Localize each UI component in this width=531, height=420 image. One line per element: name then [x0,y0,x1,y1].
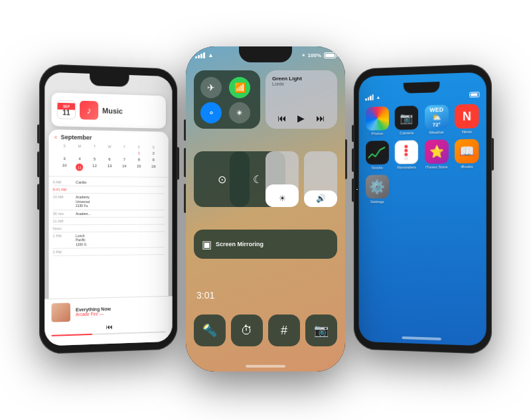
app-icon-reminders[interactable]: Reminders [394,140,419,169]
home-indicator-center [246,365,285,368]
network-toggles: ✈ 📶 ⚬ ✴ [194,70,260,129]
music-card-left: SEP 11 ♪ Music [52,92,166,128]
music-label-left: Music [102,107,123,115]
now-playing-widget: Green Light Lorde ⏮ ▶ ⏭ [266,70,337,129]
volume-slider[interactable]: 🔊 [304,151,337,207]
phone-left: SEP 11 ♪ Music < September SM [39,64,177,354]
notch-right [404,82,439,94]
airplane-toggle[interactable]: ✈ [200,77,222,98]
brightness-slider[interactable]: ☀ [266,151,299,207]
cc-song-title: Green Light [272,76,331,82]
app-icon-settings[interactable]: ⚙️ Settings [365,175,389,204]
phone-center: ▲ ✴ 100% [186,46,345,372]
home-indicator-right [402,336,441,340]
app-grid: Photos 📷 Camera WED ⛅ 72 [364,104,481,204]
bluetooth-toggle[interactable]: ✴ [229,102,250,123]
scene: SEP 11 ♪ Music < September SM [0,0,531,420]
app-icon-stocks[interactable]: Stocks [365,141,389,170]
notch-center [239,46,292,62]
battery-percentage: 100% [308,52,321,58]
app-icon-itunes[interactable]: ⭐ iTunes Store [424,139,449,169]
cc-forward-btn[interactable]: ⏭ [316,113,325,123]
camera-button[interactable]: 📷 [305,315,337,346]
timer-button[interactable]: ⏱ [231,315,263,346]
cc-rewind-btn[interactable]: ⏮ [277,113,287,123]
music-icon-small: ♪ [80,101,98,120]
app-icon-photos[interactable]: Photos [365,106,389,135]
app-icon-weather[interactable]: WED ⛅ 72° Weather [424,105,449,135]
brightness-volume-sliders: ☀ 🔊 [266,151,337,207]
cellular-toggle[interactable]: 📶 [229,77,250,98]
home-screen: ▲ Photos [359,72,487,346]
music-player-bottom: Everything Now Arcade Fire — ⏮ [44,296,172,346]
now-playing-artist: Arcade Fire — [76,311,111,316]
wifi-status-icon: ▲ [208,52,214,58]
app-icon-ibooks[interactable]: 📖 iBooks [454,139,479,169]
app-icon-news[interactable]: N News [454,104,479,134]
app-label-news: News [462,129,472,133]
screen-mirroring-button[interactable]: ▣ Screen Mirroring [194,230,337,259]
flashlight-button[interactable]: 🔦 [194,315,226,346]
cc-time: 3:01 [196,290,214,301]
cc-play-btn[interactable]: ▶ [297,113,305,123]
calculator-button[interactable]: # [268,315,300,346]
battery-right [469,92,479,98]
rewind-btn[interactable]: ⏮ [106,323,113,330]
app-icon-camera[interactable]: 📷 Camera [394,105,419,135]
cc-bottom-row: 🔦 ⏱ # 📷 [194,315,337,364]
bluetooth-status-icon: ✴ [301,52,306,58]
screen-mirroring-label: Screen Mirroring [216,241,264,247]
battery-icon [324,52,336,58]
calendar-icon-small: SEP 11 [57,100,76,119]
control-center-grid: ✈ 📶 ⚬ ✴ Green Light Lorde [194,70,337,364]
notch-left [90,74,129,87]
screen-mirroring-icon: ▣ [202,238,212,251]
wifi-toggle[interactable]: ⚬ [200,102,222,123]
cc-song-artist: Lorde [272,82,331,86]
phone-right: ▲ Photos [354,64,492,354]
